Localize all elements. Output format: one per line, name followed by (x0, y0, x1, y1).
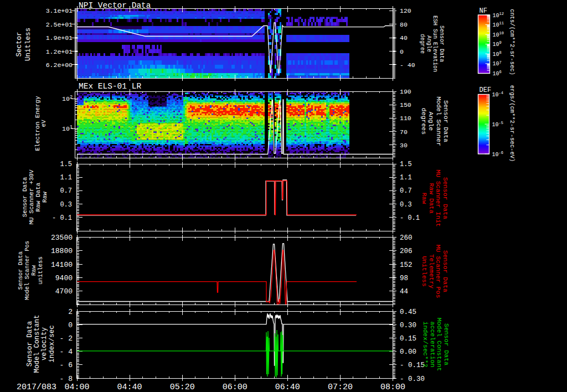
svg-text:07:20: 07:20 (328, 383, 353, 392)
svg-text:1.5: 1.5 (400, 161, 412, 168)
svg-text:index/sec**2: index/sec**2 (422, 322, 429, 368)
svg-text:Sensor Data: Sensor Data (442, 250, 449, 292)
svg-text:0.3: 0.3 (60, 201, 72, 209)
svg-text:152: 152 (400, 261, 413, 269)
svg-text:Sensor Data: Sensor Data (443, 323, 450, 365)
svg-text:MU Scanner Init: MU Scanner Init (435, 169, 442, 227)
svg-text:Unitless: Unitless (421, 256, 428, 286)
svg-text:70: 70 (400, 128, 408, 136)
svg-text:velocity: velocity (40, 327, 48, 360)
svg-text:04:40: 04:40 (117, 383, 142, 392)
svg-text:Raw Data: Raw Data (35, 182, 42, 212)
svg-text:Angle: Angle (427, 112, 435, 131)
svg-text:DEF: DEF (480, 86, 492, 94)
svg-text:Sensor Data: Sensor Data (22, 177, 28, 217)
svg-text:Raw: Raw (30, 265, 37, 276)
svg-text:Sensor Data: Sensor Data (26, 321, 34, 367)
svg-text:Model Constant: Model Constant (436, 318, 443, 372)
svg-text:98: 98 (400, 275, 408, 282)
svg-text:Model Scanner Pos: Model Scanner Pos (24, 241, 30, 300)
svg-text:- 40: - 40 (400, 61, 415, 69)
svg-text:08:00: 08:00 (380, 383, 405, 392)
svg-text:1.9e+01: 1.9e+01 (46, 34, 73, 42)
svg-text:150: 150 (400, 101, 411, 109)
svg-text:0: 0 (68, 321, 73, 329)
svg-text:Raw: Raw (421, 193, 428, 204)
svg-text:Sensor Data: Sensor Data (442, 177, 449, 219)
svg-text:2.5e+01: 2.5e+01 (46, 21, 73, 28)
svg-text:05:20: 05:20 (170, 383, 195, 392)
svg-text:110: 110 (400, 115, 411, 122)
svg-text:23500: 23500 (51, 234, 73, 242)
svg-text:ESH Sun Elevation: ESH Sun Elevation (432, 16, 438, 72)
svg-text:- 4: - 4 (60, 348, 73, 356)
svg-text:Angle: Angle (426, 35, 432, 52)
svg-text:80: 80 (400, 21, 408, 28)
svg-text:Model Constant: Model Constant (33, 314, 41, 373)
svg-text:9400: 9400 (55, 274, 73, 282)
svg-text:Model Scanner: Model Scanner (435, 96, 442, 146)
svg-text:NPI Vector Data: NPI Vector Data (79, 1, 151, 10)
svg-text:acceleration: acceleration (429, 322, 436, 368)
svg-text:0.3: 0.3 (400, 201, 412, 209)
svg-text:NF: NF (480, 7, 487, 15)
svg-text:0: 0 (400, 48, 404, 55)
svg-text:- 0.30: - 0.30 (400, 375, 425, 383)
svg-text:Raw: Raw (42, 192, 48, 203)
svg-text:1.1: 1.1 (60, 174, 72, 182)
svg-text:Sensor Data: Sensor Data (442, 100, 450, 142)
svg-text:- 0.15: - 0.15 (400, 362, 425, 369)
svg-text:06:40: 06:40 (275, 383, 300, 392)
svg-text:Unitless: Unitless (24, 28, 32, 61)
svg-text:- 8: - 8 (60, 375, 73, 383)
svg-text:2017/083: 2017/083 (17, 383, 56, 392)
svg-text:- 0.1: - 0.1 (52, 214, 72, 222)
svg-text:0.30: 0.30 (400, 322, 416, 329)
svg-text:MU Scanner +30V: MU Scanner +30V (28, 169, 35, 224)
svg-text:30: 30 (400, 142, 408, 149)
svg-text:Telemetry: Telemetry (428, 254, 435, 288)
svg-text:Sensor Data: Sensor Data (17, 251, 24, 290)
svg-text:unitless: unitless (37, 256, 44, 284)
svg-text:- 2: - 2 (60, 334, 73, 343)
svg-text:18800: 18800 (51, 247, 73, 255)
svg-text:1.1: 1.1 (400, 174, 412, 182)
svg-text:0.7: 0.7 (400, 187, 412, 195)
svg-text:MEx ELS-01 LR: MEx ELS-01 LR (79, 82, 141, 91)
svg-text:06:00: 06:00 (223, 383, 248, 392)
svg-text:index/sec: index/sec (48, 325, 56, 363)
svg-text:04:00: 04:00 (64, 383, 89, 392)
svg-text:Sensor Data: Sensor Data (439, 25, 445, 62)
svg-text:degrees: degrees (420, 108, 427, 135)
svg-text:2: 2 (68, 308, 73, 316)
svg-text:Sector: Sector (16, 32, 23, 56)
svg-text:MU Scanner Pos: MU Scanner Pos (435, 245, 442, 298)
svg-text:ergs/(cm**2-sr-sec-eV): ergs/(cm**2-sr-sec-eV) (509, 85, 516, 162)
svg-text:eV: eV (40, 120, 47, 127)
svg-text:4700: 4700 (55, 287, 73, 296)
svg-text:3.1e+01: 3.1e+01 (46, 7, 73, 14)
svg-text:190: 190 (400, 88, 411, 95)
svg-text:0.7: 0.7 (60, 187, 72, 195)
svg-text:14100: 14100 (51, 261, 73, 269)
svg-text:1.5: 1.5 (60, 161, 72, 168)
svg-text:206: 206 (400, 247, 413, 255)
svg-text:6.2e+00: 6.2e+00 (46, 61, 73, 69)
svg-text:120: 120 (400, 7, 411, 14)
svg-text:0.00: 0.00 (400, 348, 416, 356)
svg-text:0.15: 0.15 (400, 335, 416, 343)
svg-text:degree: degree (419, 34, 425, 54)
svg-text:260: 260 (400, 234, 413, 242)
svg-text:- 0.1: - 0.1 (400, 214, 420, 222)
svg-text:Raw Data: Raw Data (428, 183, 435, 213)
svg-text:- 6: - 6 (60, 361, 73, 369)
svg-text:40: 40 (400, 34, 408, 42)
svg-text:1.2e+01: 1.2e+01 (46, 48, 73, 55)
svg-text:44: 44 (400, 288, 408, 296)
svg-text:0.45: 0.45 (400, 308, 416, 316)
svg-text:cnts/(cm**2-sr-sec): cnts/(cm**2-sr-sec) (509, 9, 516, 75)
